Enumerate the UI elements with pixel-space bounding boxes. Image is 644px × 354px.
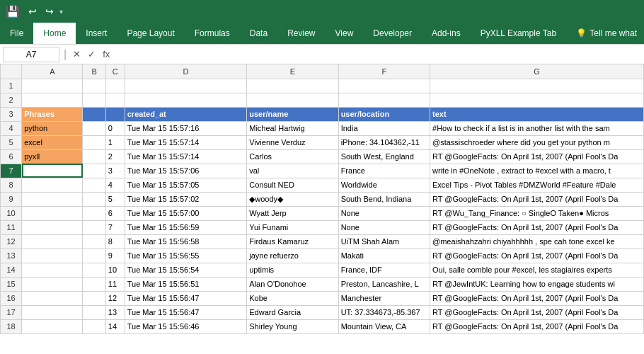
- col-header-b[interactable]: B: [83, 64, 105, 79]
- cell-g8[interactable]: Excel Tips - Pivot Tables #DMZWorld #Fea…: [430, 178, 644, 192]
- cell-a4[interactable]: python: [22, 121, 83, 135]
- cell-d11[interactable]: Tue Mar 15 15:56:59: [125, 220, 247, 234]
- cell-c12[interactable]: 8: [105, 234, 125, 249]
- cell-d18[interactable]: Tue Mar 15 15:56:46: [125, 319, 247, 333]
- cell-f7[interactable]: France: [338, 164, 430, 178]
- tab-page-layout[interactable]: Page Layout: [117, 23, 184, 44]
- cell-e10[interactable]: Wyatt Jerp: [247, 206, 338, 220]
- cell-b8[interactable]: [83, 178, 105, 192]
- cell-d17[interactable]: Tue Mar 15 15:56:47: [125, 305, 247, 319]
- cell-c3[interactable]: [105, 107, 125, 121]
- cell-a12[interactable]: [22, 234, 83, 249]
- tab-home[interactable]: Home: [33, 23, 76, 44]
- cell-f5[interactable]: iPhone: 34.104362,-11: [338, 135, 430, 149]
- cell-e2[interactable]: [247, 93, 338, 107]
- cell-e5[interactable]: Vivienne Verduz: [247, 135, 338, 149]
- scroll-area[interactable]: A B C D E F G 123Phrasescreated_atuser/n…: [0, 64, 644, 354]
- cell-g15[interactable]: RT @JewIntUK: Learning how to engage stu…: [430, 277, 644, 291]
- cell-b5[interactable]: [83, 135, 105, 149]
- cell-c2[interactable]: [105, 93, 125, 107]
- cell-d10[interactable]: Tue Mar 15 15:57:00: [125, 206, 247, 220]
- cell-f16[interactable]: Manchester: [338, 291, 430, 305]
- cell-b9[interactable]: [83, 192, 105, 206]
- cell-b12[interactable]: [83, 234, 105, 249]
- cell-e14[interactable]: uptimis: [247, 263, 338, 277]
- cell-f12[interactable]: UiTM Shah Alam: [338, 234, 430, 249]
- cell-c17[interactable]: 13: [105, 305, 125, 319]
- cell-a17[interactable]: [22, 305, 83, 319]
- save-icon[interactable]: 💾: [6, 5, 20, 18]
- cell-f2[interactable]: [338, 93, 430, 107]
- cell-c15[interactable]: 11: [105, 277, 125, 291]
- cell-b7[interactable]: [83, 164, 105, 178]
- cell-g3[interactable]: text: [430, 107, 644, 121]
- cell-b13[interactable]: [83, 249, 105, 263]
- cell-c1[interactable]: [105, 79, 125, 93]
- cell-g7[interactable]: write in #OneNote , extract to #excel wi…: [430, 164, 644, 178]
- col-header-d[interactable]: D: [125, 64, 247, 79]
- cell-g4[interactable]: #How to check if a list is in another li…: [430, 121, 644, 135]
- cell-c14[interactable]: 10: [105, 263, 125, 277]
- confirm-icon[interactable]: ✓: [86, 49, 98, 59]
- cell-f11[interactable]: None: [338, 220, 430, 234]
- tab-pyxll-example-tab[interactable]: PyXLL Example Tab: [471, 23, 566, 44]
- cell-g10[interactable]: RT @Wu_Tang_Finance: ○ SingleO Taken● Mi…: [430, 206, 644, 220]
- cell-b15[interactable]: [83, 277, 105, 291]
- cell-d9[interactable]: Tue Mar 15 15:57:02: [125, 192, 247, 206]
- tab-developer[interactable]: Developer: [363, 23, 422, 44]
- cell-a14[interactable]: [22, 263, 83, 277]
- formula-input[interactable]: [115, 48, 641, 61]
- cell-g12[interactable]: @meaishahzahri chiyahhhhh , spe cah tone…: [430, 234, 644, 249]
- cell-c9[interactable]: 5: [105, 192, 125, 206]
- cell-g2[interactable]: [430, 93, 644, 107]
- cell-a10[interactable]: [22, 206, 83, 220]
- tab-view[interactable]: View: [326, 23, 364, 44]
- cell-f9[interactable]: South Bend, Indiana: [338, 192, 430, 206]
- tell-me-area[interactable]: 💡 Tell me what: [569, 23, 644, 44]
- tab-insert[interactable]: Insert: [76, 23, 117, 44]
- cell-d14[interactable]: Tue Mar 15 15:56:54: [125, 263, 247, 277]
- cell-a3[interactable]: Phrases: [22, 107, 83, 121]
- cell-b2[interactable]: [83, 93, 105, 107]
- cell-b16[interactable]: [83, 291, 105, 305]
- cell-f3[interactable]: user/location: [338, 107, 430, 121]
- tab-add-ins[interactable]: Add-ins: [422, 23, 471, 44]
- cell-d1[interactable]: [125, 79, 247, 93]
- tab-file[interactable]: File: [0, 23, 33, 44]
- cell-c8[interactable]: 4: [105, 178, 125, 192]
- col-header-f[interactable]: F: [338, 64, 430, 79]
- col-header-g[interactable]: G: [430, 64, 644, 79]
- cell-a11[interactable]: [22, 220, 83, 234]
- cell-d4[interactable]: Tue Mar 15 15:57:16: [125, 121, 247, 135]
- cell-e13[interactable]: jayne refuerzo: [247, 249, 338, 263]
- cell-d2[interactable]: [125, 93, 247, 107]
- cell-b10[interactable]: [83, 206, 105, 220]
- cell-a6[interactable]: pyxll: [22, 149, 83, 164]
- col-header-c[interactable]: C: [105, 64, 125, 79]
- cell-b3[interactable]: [83, 107, 105, 121]
- cell-f6[interactable]: South West, England: [338, 149, 430, 164]
- cell-b1[interactable]: [83, 79, 105, 93]
- cell-a15[interactable]: [22, 277, 83, 291]
- cell-d3[interactable]: created_at: [125, 107, 247, 121]
- cell-a8[interactable]: [22, 178, 83, 192]
- cell-c16[interactable]: 12: [105, 291, 125, 305]
- fx-label[interactable]: fx: [100, 49, 112, 59]
- cell-g9[interactable]: RT @GoogleFacts: On April 1st, 2007 (Apr…: [430, 192, 644, 206]
- cell-e11[interactable]: Yui Funami: [247, 220, 338, 234]
- cell-b18[interactable]: [83, 319, 105, 333]
- cell-e3[interactable]: user/name: [247, 107, 338, 121]
- cell-c11[interactable]: 7: [105, 220, 125, 234]
- cell-d13[interactable]: Tue Mar 15 15:56:55: [125, 249, 247, 263]
- cell-a7[interactable]: [22, 164, 83, 178]
- cell-a18[interactable]: [22, 319, 83, 333]
- cell-c18[interactable]: 14: [105, 319, 125, 333]
- cell-e9[interactable]: ◆woody◆: [247, 192, 338, 206]
- customize-icon[interactable]: ▾: [59, 8, 63, 16]
- tab-review[interactable]: Review: [277, 23, 325, 44]
- cell-b4[interactable]: [83, 121, 105, 135]
- undo-icon[interactable]: ↩: [25, 4, 40, 18]
- cell-c6[interactable]: 2: [105, 149, 125, 164]
- cell-e12[interactable]: Firdaus Kamaruz: [247, 234, 338, 249]
- cell-b14[interactable]: [83, 263, 105, 277]
